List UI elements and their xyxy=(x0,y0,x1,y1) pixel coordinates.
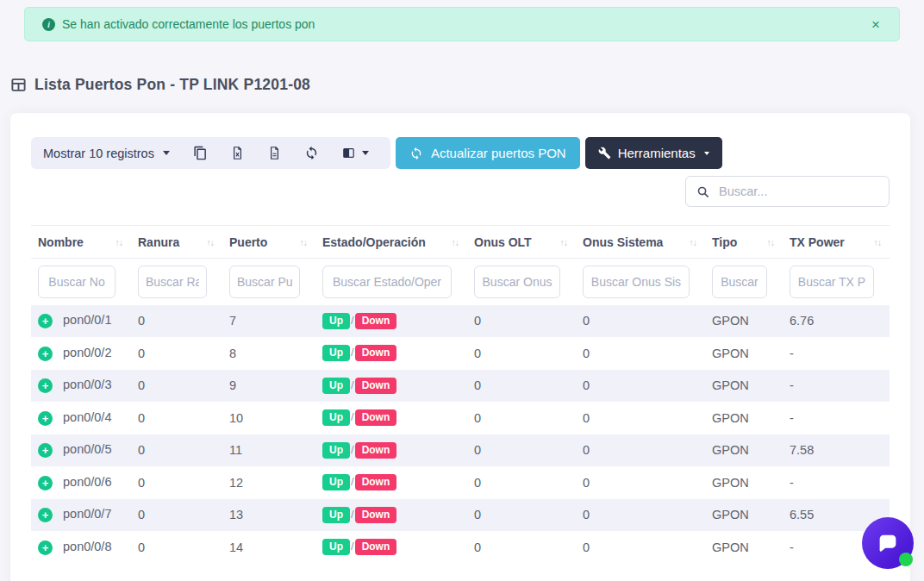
column-filter-input[interactable] xyxy=(790,266,874,298)
cell-onus-sistema: 0 xyxy=(576,531,705,564)
table-row: +pon0/0/8 0 14 Up/Down 0 0 GPON - xyxy=(31,531,890,564)
column-filter-input[interactable] xyxy=(38,266,116,298)
status-up-badge[interactable]: Up xyxy=(322,313,350,329)
expand-row-icon[interactable]: + xyxy=(38,378,53,393)
cell-onus-olt: 0 xyxy=(467,434,576,467)
column-header[interactable]: TX Power ↑↓ xyxy=(783,226,890,259)
sort-icon[interactable]: ↑↓ xyxy=(690,237,697,247)
cell-onus-sistema: 0 xyxy=(576,305,705,338)
column-visibility-dropdown[interactable] xyxy=(330,146,380,160)
expand-row-icon[interactable]: + xyxy=(38,314,53,328)
chat-widget-button[interactable] xyxy=(862,517,914,569)
status-down-badge[interactable]: Down xyxy=(355,313,397,329)
column-filter-input[interactable] xyxy=(322,266,452,298)
cell-onus-sistema: 0 xyxy=(576,402,705,434)
status-up-badge[interactable]: Up xyxy=(322,474,350,490)
cell-tx-power: 6.76 xyxy=(783,305,890,338)
info-icon: i xyxy=(42,18,55,31)
cell-onus-olt: 0 xyxy=(467,466,576,499)
expand-row-icon[interactable]: + xyxy=(38,476,53,490)
tools-label: Herramientas xyxy=(618,146,696,160)
cell-nombre: +pon0/0/3 xyxy=(31,370,131,403)
status-up-badge[interactable]: Up xyxy=(322,378,350,394)
update-pon-ports-label: Actualizar puertos PON xyxy=(431,146,566,160)
column-filter-input[interactable] xyxy=(229,266,300,298)
table-header-row: Nombre ↑↓ Ranura ↑↓ Puerto ↑↓ Estado/Ope… xyxy=(31,226,890,259)
badge-separator: / xyxy=(351,443,354,456)
status-down-badge[interactable]: Down xyxy=(355,345,397,361)
cell-onus-olt: 0 xyxy=(467,337,576,370)
cell-onus-sistema: 0 xyxy=(576,466,705,499)
cell-tx-power: - xyxy=(783,466,890,499)
column-header-label: Ranura xyxy=(138,235,179,249)
column-header[interactable]: Tipo ↑↓ xyxy=(705,226,783,259)
sort-icon[interactable]: ↑↓ xyxy=(767,237,775,247)
status-up-badge[interactable]: Up xyxy=(322,409,350,426)
cell-puerto: 14 xyxy=(222,531,315,564)
column-header[interactable]: Puerto ↑↓ xyxy=(222,226,315,259)
column-header[interactable]: Onus OLT ↑↓ xyxy=(467,226,576,259)
column-filter-input[interactable] xyxy=(712,266,767,298)
table-row: +pon0/0/6 0 12 Up/Down 0 0 GPON - xyxy=(31,466,890,499)
search-input[interactable] xyxy=(717,184,878,199)
records-per-page-dropdown[interactable]: Mostrar 10 registros xyxy=(43,147,182,160)
status-up-badge[interactable]: Up xyxy=(322,442,350,459)
tools-dropdown[interactable]: Herramientas xyxy=(585,137,722,169)
expand-row-icon[interactable]: + xyxy=(38,540,53,555)
expand-row-icon[interactable]: + xyxy=(38,411,53,426)
cell-ranura: 0 xyxy=(131,402,222,434)
sync-icon xyxy=(409,147,423,160)
close-icon: × xyxy=(871,16,880,33)
reload-table-button[interactable] xyxy=(293,146,330,160)
column-header[interactable]: Onus Sistema ↑↓ xyxy=(576,226,705,259)
status-down-badge[interactable]: Down xyxy=(355,409,397,426)
column-filter-input[interactable] xyxy=(474,266,560,298)
table-icon xyxy=(10,77,27,93)
status-down-badge[interactable]: Down xyxy=(355,507,397,523)
sort-icon[interactable]: ↑↓ xyxy=(874,237,882,247)
cell-estado: Up/Down xyxy=(315,402,467,434)
column-filter-input[interactable] xyxy=(583,266,690,298)
cell-tx-power: - xyxy=(783,337,890,370)
column-header[interactable]: Estado/Operación ↑↓ xyxy=(315,226,467,259)
export-file-button[interactable] xyxy=(256,146,293,160)
table-toolbar: Mostrar 10 registros xyxy=(31,137,890,169)
cell-ranura: 0 xyxy=(131,370,222,403)
sort-icon[interactable]: ↑↓ xyxy=(560,237,568,247)
status-up-badge[interactable]: Up xyxy=(322,507,350,523)
sort-icon[interactable]: ↑↓ xyxy=(207,237,215,247)
status-down-badge[interactable]: Down xyxy=(355,378,397,394)
update-pon-ports-button[interactable]: Actualizar puertos PON xyxy=(396,137,580,169)
cell-puerto: 7 xyxy=(222,305,315,338)
status-up-badge[interactable]: Up xyxy=(322,345,350,361)
pon-ports-table: Nombre ↑↓ Ranura ↑↓ Puerto ↑↓ Estado/Ope… xyxy=(31,225,890,564)
status-up-badge[interactable]: Up xyxy=(322,539,350,555)
port-name: pon0/0/2 xyxy=(63,346,111,359)
column-header[interactable]: Ranura ↑↓ xyxy=(131,226,222,259)
cell-tipo: GPON xyxy=(705,531,783,564)
column-header[interactable]: Nombre ↑↓ xyxy=(31,226,131,259)
chevron-down-icon xyxy=(704,152,709,155)
column-header-label: Onus OLT xyxy=(474,235,532,249)
status-down-badge[interactable]: Down xyxy=(355,539,397,555)
cell-tx-power: - xyxy=(783,402,890,434)
alert-close-button[interactable]: × xyxy=(870,17,882,32)
expand-row-icon[interactable]: + xyxy=(38,347,53,361)
expand-row-icon[interactable]: + xyxy=(38,443,53,458)
cell-puerto: 13 xyxy=(222,499,315,532)
page-title: Lista Puertos Pon - TP LINK P1201-08 xyxy=(34,76,310,94)
status-down-badge[interactable]: Down xyxy=(355,474,397,490)
copy-button[interactable] xyxy=(182,146,219,160)
table-row: +pon0/0/7 0 13 Up/Down 0 0 GPON 6.55 xyxy=(31,499,890,532)
expand-row-icon[interactable]: + xyxy=(38,508,53,522)
cell-tipo: GPON xyxy=(705,499,783,532)
column-filter-input[interactable] xyxy=(138,266,207,298)
cell-ranura: 0 xyxy=(131,466,222,499)
refresh-icon xyxy=(304,146,319,160)
sort-icon[interactable]: ↑↓ xyxy=(300,237,308,247)
sort-icon[interactable]: ↑↓ xyxy=(452,237,459,247)
status-down-badge[interactable]: Down xyxy=(355,442,397,459)
export-excel-button[interactable] xyxy=(219,146,256,160)
cell-onus-olt: 0 xyxy=(467,305,576,338)
sort-icon[interactable]: ↑↓ xyxy=(116,237,123,247)
